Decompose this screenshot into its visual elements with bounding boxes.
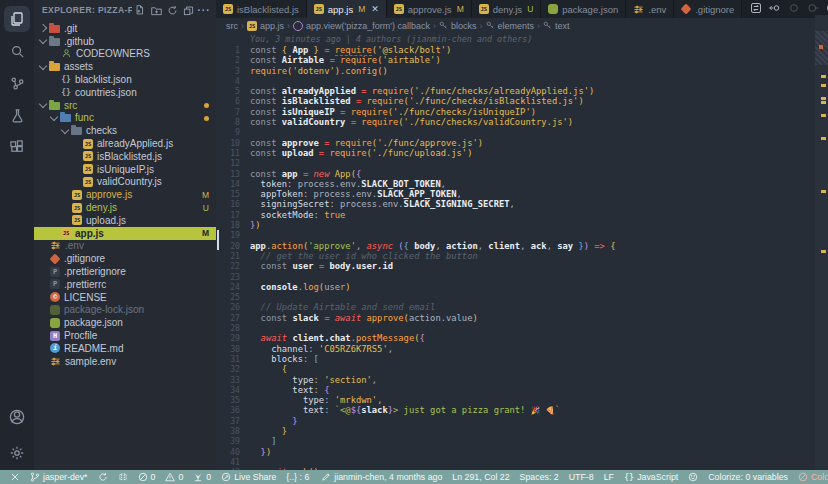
tree-item-sample.env[interactable]: sample.env [34,355,216,368]
status-utf-8[interactable]: UTF-8 [565,472,598,482]
tab-package.json[interactable]: package.json [541,0,626,18]
activity-settings[interactable] [4,440,30,466]
status-ln-291-col-22[interactable]: Ln 291, Col 22 [448,472,513,482]
line-number: 19 [216,230,240,240]
breadcrumb-blocks[interactable]: blocks [439,21,477,31]
status-0[interactable]: 0 [189,472,215,482]
.env-icon [50,240,61,251]
status-0[interactable]: 0 [134,472,160,482]
breadcrumb-app.js[interactable]: JSapp.js [247,21,284,31]
tab-.env[interactable]: .env [626,0,674,18]
status-smiley[interactable] [684,472,702,482]
line-content [240,158,250,168]
tree-item-assets[interactable]: assets [34,60,216,73]
tree-item-upload.js[interactable]: JSupload.js [34,214,216,227]
code-lines: 1const { App } = require('@slack/bolt')2… [216,45,828,470]
crumb-separator: › [287,21,290,31]
tab-deny.js[interactable]: JSdeny.jsU [472,0,542,18]
code-line-24: 24 console.log(user) [216,282,828,292]
activity-extensions[interactable] [4,134,30,160]
code-line-28: 28 [216,323,828,333]
status-6[interactable]: {..} : 6 [282,472,313,482]
tab-.gitignore[interactable]: .gitignore [674,0,742,18]
tree-item-Procfile[interactable]: HProcfile [34,329,216,342]
tree-label: .git [64,23,77,34]
activity-search[interactable] [4,38,30,64]
close-icon[interactable]: ✕ [371,5,379,14]
status-javascript[interactable]: {}JavaScript [620,472,682,482]
status-jianmin-chen-4-months-ago[interactable]: jianmin-chen, 4 months ago [317,472,446,482]
tab-app.js[interactable]: JSapp.jsM✕ [307,0,387,18]
compare-changes-icon[interactable] [750,0,762,18]
tree-label: validCountry.js [97,176,162,187]
tree-item-app.js[interactable]: JSapp.jsM [34,227,216,240]
line-content: }) [240,220,261,230]
tree-item-.prettierrc[interactable]: P.prettierrc [34,278,216,291]
tree-item-.git[interactable]: .git [34,22,216,35]
status-0[interactable]: 0 [161,472,187,482]
line-number: 34 [216,385,240,395]
tree-item-alreadyApplied.js[interactable]: JSalreadyApplied.js [34,137,216,150]
tree-item-CODEOWNERS[interactable]: CODEOWNERS [34,48,216,61]
explorer-action-more[interactable]: ··· [196,2,212,18]
tree-item-validCountry.js[interactable]: JSvalidCountry.js [34,176,216,189]
open-previous-change-icon[interactable] [769,0,781,18]
tree-item-blacklist.json[interactable]: {}blacklist.json [34,73,216,86]
line-number: 7 [216,107,240,117]
tree-item-func[interactable]: func [34,112,216,125]
editor-scrollbar[interactable] [815,15,828,470]
status-compare[interactable] [114,472,132,482]
activity-testing[interactable] [4,102,30,128]
tree-item-.github[interactable]: .github [34,35,216,48]
isBlacklisted.js-icon: JS [83,151,93,161]
tab-isBlacklisted.js[interactable]: JSisBlacklisted.js [216,0,307,18]
tree-item-package-lock.json[interactable]: package-lock.json [34,304,216,317]
overview-ruler-marker [821,97,826,100]
explorer-action-new-file[interactable] [132,2,148,18]
code-line-12: 12 [216,158,828,168]
status-colorize[interactable]: Colorize [794,472,828,482]
status-smiley-icon [688,472,698,482]
more-icon: ··· [198,5,211,16]
status-pencil-icon [321,472,331,482]
overview-ruler-marker [821,190,826,193]
breadcrumb-src[interactable]: src [226,21,238,31]
explorer-icon [9,11,25,27]
tree-item-checks[interactable]: checks [34,124,216,137]
breadcrumb-text[interactable]: text [543,21,570,31]
tree-item-README.md[interactable]: iREADME.md [34,342,216,355]
tree-item-.env[interactable]: .env [34,240,216,253]
line-number: 20 [216,241,240,251]
status-lf[interactable]: LF [600,472,618,482]
tree-item-isBlacklisted.js[interactable]: JSisBlacklisted.js [34,150,216,163]
line-content: } [240,416,298,426]
code-line-29: 29 await client.chat.postMessage({ [216,333,828,343]
status-sync[interactable] [94,472,112,482]
tree-item-isUniqueIP.js[interactable]: JSisUniqueIP.js [34,163,216,176]
activity-account[interactable] [4,404,30,430]
tab-approve.js[interactable]: JSapprove.jsM [387,0,472,18]
tree-item-.prettierignore[interactable]: P.prettierignore [34,265,216,278]
tree-item-src[interactable]: src [34,99,216,112]
status-remote[interactable] [6,472,24,482]
breadcrumb-elements[interactable]: elements [486,21,535,31]
explorer-action-new-folder[interactable] [148,2,164,18]
tree-item-.gitignore[interactable]: .gitignore [34,252,216,265]
status-live-share[interactable]: Live Share [217,472,280,482]
breadcrumb-app.view('pizza_form')[interactable]: app.view('pizza_form') callback [293,21,430,31]
line-content: const app = new App({ [240,169,361,179]
activity-source-control[interactable] [4,70,30,96]
status-jasper-dev[interactable]: jasper-dev* [26,472,92,482]
tree-item-countries.json[interactable]: {}countries.json [34,86,216,99]
tree-item-package.json[interactable]: package.json [34,316,216,329]
status-colorize-0-variables[interactable]: Colorize: 0 variables [704,472,792,482]
explorer-action-collapse-folders[interactable] [180,2,196,18]
line-number: 42 [216,467,240,470]
tree-item-approve.js[interactable]: JSapprove.jsM [34,188,216,201]
tree-item-deny.js[interactable]: JSdeny.jsU [34,201,216,214]
status-spaces-2[interactable]: Spaces: 2 [516,472,563,482]
explorer-action-refresh[interactable] [164,2,180,18]
tree-item-LICENSE[interactable]: ©LICENSE [34,291,216,304]
activity-explorer[interactable] [4,6,30,32]
code-editor[interactable]: You, 3 minutes ago | 4 authors (jianmin-… [216,33,828,470]
